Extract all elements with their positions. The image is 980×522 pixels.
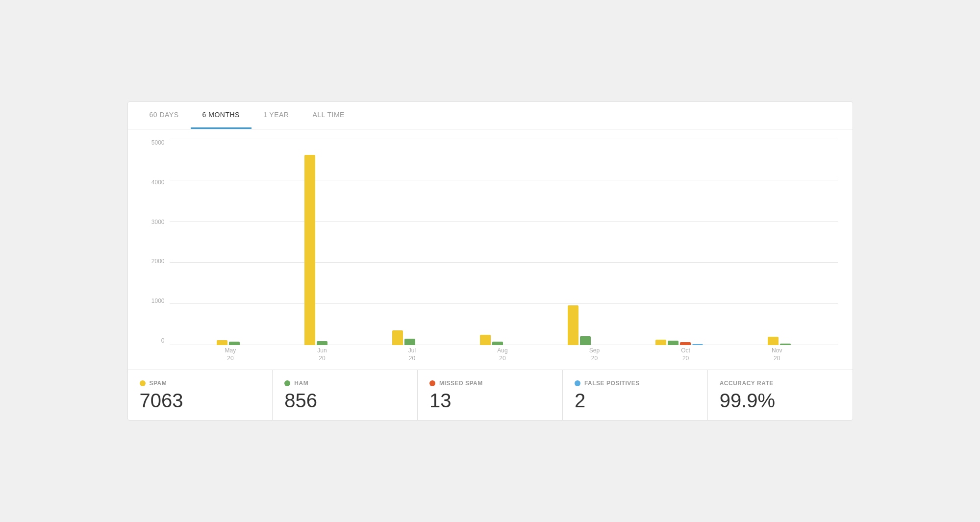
tab-6months[interactable]: 6 MONTHS xyxy=(191,102,251,129)
stat-label-ham: HAM xyxy=(294,380,308,387)
tab-60days[interactable]: 60 DAYS xyxy=(138,102,191,129)
stat-value-accuracy-rate: 99.9% xyxy=(720,391,841,410)
month-group xyxy=(768,337,791,345)
x-axis-label: Nov20 xyxy=(772,345,782,365)
bar-ham xyxy=(492,342,503,345)
x-axis-label: Sep20 xyxy=(589,345,600,365)
bar-ham xyxy=(580,336,591,345)
y-axis-label: 4000 xyxy=(143,179,170,186)
stat-label-row-accuracy-rate: ACCURACY RATE xyxy=(720,380,841,387)
tab-1year[interactable]: 1 YEAR xyxy=(251,102,301,129)
y-axis-label: 1000 xyxy=(143,298,170,304)
stat-label-missed-spam: MISSED SPAM xyxy=(439,380,483,387)
bar-ham xyxy=(317,341,327,345)
stat-dot-missed-spam xyxy=(429,380,435,386)
chart-area: 010002000300040005000 May20Jun20Jul20Aug… xyxy=(128,129,853,370)
bar-ham xyxy=(668,341,678,345)
stat-dot-ham xyxy=(284,380,290,386)
tab-alltime[interactable]: ALL TIME xyxy=(301,102,356,129)
y-axis: 010002000300040005000 xyxy=(143,139,170,345)
stat-dot-false-positives xyxy=(575,380,580,386)
y-axis-label: 2000 xyxy=(143,258,170,265)
bars-row xyxy=(392,330,415,345)
stat-label-spam: SPAM xyxy=(150,380,167,387)
stat-value-ham: 856 xyxy=(284,391,405,410)
bar-spam xyxy=(568,305,578,345)
bar-spam xyxy=(392,330,403,345)
stat-label-row-spam: SPAM xyxy=(140,380,261,387)
bar-spam xyxy=(480,335,491,345)
month-group xyxy=(655,340,703,345)
y-axis-label: 3000 xyxy=(143,219,170,225)
bar-spam xyxy=(655,340,666,345)
x-axis-label: Oct20 xyxy=(681,345,690,365)
x-axis-label: May20 xyxy=(225,345,236,365)
x-labels: May20Jun20Jul20Aug20Sep20Oct20Nov20 xyxy=(170,345,838,365)
bar-spam xyxy=(768,337,779,345)
y-axis-label: 5000 xyxy=(143,139,170,146)
stat-cell-missed-spam: MISSED SPAM13 xyxy=(418,370,563,420)
stat-label-row-false-positives: FALSE POSITIVES xyxy=(575,380,696,387)
bars-row xyxy=(304,155,327,345)
bar-ham xyxy=(404,339,415,345)
bar-ham xyxy=(229,342,240,345)
stat-label-row-ham: HAM xyxy=(284,380,405,387)
month-group xyxy=(304,155,327,345)
stat-cell-accuracy-rate: ACCURACY RATE99.9% xyxy=(708,370,853,420)
stat-value-missed-spam: 13 xyxy=(429,391,551,410)
bars-row xyxy=(217,340,240,345)
stat-label-false-positives: FALSE POSITIVES xyxy=(584,380,640,387)
bars-area xyxy=(170,139,838,345)
x-axis-label: Jul20 xyxy=(408,345,416,365)
x-axis-label: Jun20 xyxy=(317,345,327,365)
bars-row xyxy=(655,340,703,345)
stat-label-accuracy-rate: ACCURACY RATE xyxy=(720,380,774,387)
stat-cell-ham: HAM856 xyxy=(273,370,418,420)
bars-row xyxy=(480,335,503,345)
month-group xyxy=(392,330,415,345)
y-axis-label: 0 xyxy=(143,337,170,344)
stat-cell-false-positives: FALSE POSITIVES2 xyxy=(563,370,708,420)
bars-row xyxy=(568,305,591,345)
x-axis-label: Aug20 xyxy=(497,345,507,365)
month-group xyxy=(480,335,503,345)
month-group xyxy=(217,340,240,345)
month-group xyxy=(568,305,591,345)
chart-body: May20Jun20Jul20Aug20Sep20Oct20Nov20 xyxy=(170,139,838,365)
stats-row: SPAM7063HAM856MISSED SPAM13FALSE POSITIV… xyxy=(128,370,853,420)
bar-spam xyxy=(217,340,227,345)
main-card: 60 DAYS6 MONTHS1 YEARALL TIME 0100020003… xyxy=(127,101,853,421)
bars-row xyxy=(768,337,791,345)
bar-spam xyxy=(304,155,315,345)
stat-cell-spam: SPAM7063 xyxy=(128,370,273,420)
stat-dot-spam xyxy=(140,380,146,386)
chart-container: 010002000300040005000 May20Jun20Jul20Aug… xyxy=(143,139,838,365)
tabs-bar: 60 DAYS6 MONTHS1 YEARALL TIME xyxy=(128,102,853,129)
stat-label-row-missed-spam: MISSED SPAM xyxy=(429,380,551,387)
stat-value-spam: 7063 xyxy=(140,391,261,410)
stat-value-false-positives: 2 xyxy=(575,391,696,410)
